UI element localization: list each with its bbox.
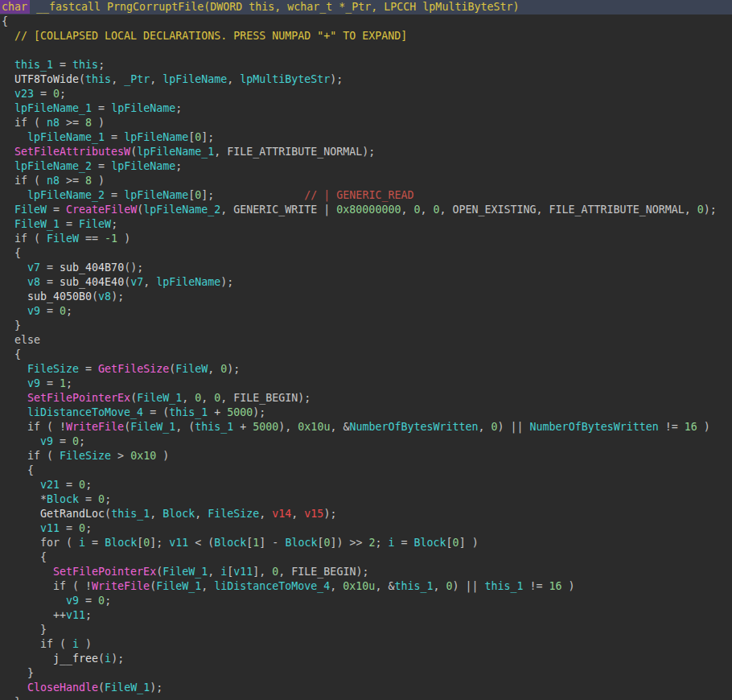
code-token: GetFileSize	[98, 363, 169, 375]
code-token: );	[111, 290, 124, 303]
code-token: , FILE_BEGIN);	[220, 392, 310, 404]
code-line[interactable]: FileW = CreateFileW(lpFileName_2, GENERI…	[0, 203, 732, 217]
code-line[interactable]: lpFileName_1 = lpFileName;	[0, 101, 732, 116]
code-token: ];	[201, 131, 214, 143]
code-token: 0	[143, 537, 150, 549]
code-token: =	[53, 59, 72, 71]
code-line[interactable]: if ( FileW == -1 )	[0, 232, 732, 246]
code-token: Block	[285, 537, 317, 549]
code-token: 0	[60, 305, 66, 317]
code-line[interactable]: {	[0, 14, 732, 29]
code-line[interactable]: liDistanceToMove_4 = (this_1 + 5000);	[0, 406, 732, 420]
code-line-current[interactable]: char __fastcall PrngCorruptFile(DWORD th…	[0, 0, 732, 14]
code-line[interactable]: }	[0, 319, 732, 333]
code-line[interactable]: v9 = 1;	[0, 377, 732, 391]
pseudocode-view[interactable]: char __fastcall PrngCorruptFile(DWORD th…	[0, 0, 732, 700]
code-token: =	[105, 131, 124, 143]
code-line[interactable]: ++v11;	[0, 608, 732, 623]
code-line[interactable]: this_1 = this;	[0, 58, 732, 72]
code-token: 16	[685, 421, 697, 433]
code-token: _Ptr	[124, 73, 150, 85]
code-token: lpFileName	[111, 160, 175, 172]
code-token: , FILE_BEGIN);	[278, 566, 368, 578]
code-line[interactable]: v7 = sub_404B70();	[0, 261, 732, 275]
code-line[interactable]: FileW_1 = FileW;	[0, 217, 732, 232]
code-token: 0	[697, 204, 704, 216]
code-token	[2, 681, 27, 694]
code-token: ) ||	[498, 421, 530, 433]
code-token: =	[60, 218, 79, 230]
code-line[interactable]: v11 = 0;	[0, 521, 732, 536]
code-token: *	[2, 493, 47, 505]
code-line[interactable]: FileSize = GetFileSize(FileW, 0);	[0, 362, 732, 377]
code-token: FileW_1	[130, 421, 175, 433]
code-token: , FILE_ATTRIBUTE_NORMAL);	[214, 146, 375, 158]
code-line[interactable]: SetFilePointerEx(FileW_1, 0, 0, FILE_BEG…	[0, 391, 732, 406]
code-token: ;	[111, 218, 117, 230]
code-line[interactable]: SetFilePointerEx(FileW_1, i[v11], 0, FIL…	[0, 565, 732, 579]
code-token: Block	[214, 537, 246, 549]
code-line[interactable]: if ( n8 >= 8 )	[0, 116, 732, 130]
code-token: }	[2, 696, 21, 700]
code-line[interactable]: sub_4050B0(v8);	[0, 290, 732, 304]
code-line[interactable]: {	[0, 246, 732, 261]
code-line[interactable]: lpFileName_2 = lpFileName;	[0, 159, 732, 174]
code-token: =	[60, 479, 79, 491]
code-token: FileW_1	[137, 392, 182, 404]
code-token: ,	[401, 204, 413, 216]
code-line[interactable]: }	[0, 623, 732, 637]
code-line[interactable]: v9 = 0;	[0, 594, 732, 608]
code-token: ;	[85, 609, 92, 621]
code-line[interactable]: {	[0, 348, 732, 362]
code-line[interactable]: {	[0, 463, 732, 478]
code-line[interactable]	[0, 43, 732, 58]
code-line[interactable]: if ( n8 >= 8 )	[0, 174, 732, 188]
code-token: if (	[2, 117, 47, 129]
code-token: =	[395, 537, 414, 549]
code-line[interactable]: v23 = 0;	[0, 87, 732, 101]
code-token: if (	[2, 450, 60, 462]
code-line[interactable]: else	[0, 333, 732, 348]
code-line[interactable]: v21 = 0;	[0, 478, 732, 492]
code-line[interactable]: CloseHandle(FileW_1);	[0, 681, 732, 695]
code-line[interactable]: *Block = 0;	[0, 492, 732, 507]
code-token: )	[117, 233, 130, 245]
code-line[interactable]: {	[0, 550, 732, 565]
code-line[interactable]: v9 = 0;	[0, 304, 732, 319]
code-line[interactable]: SetFileAttributesW(lpFileName_1, FILE_AT…	[0, 145, 732, 159]
code-line[interactable]: GetRandLoc(this_1, Block, FileSize, v14,…	[0, 507, 732, 521]
code-token: Block	[414, 537, 446, 549]
code-line[interactable]: if ( FileSize > 0x10 )	[0, 449, 732, 463]
code-token: v9	[27, 377, 40, 389]
code-token: ,	[111, 73, 124, 85]
code-token: this_1	[111, 508, 150, 520]
code-token: ),	[278, 421, 298, 433]
code-token: lpFileName_2	[14, 160, 92, 172]
code-token: this_1	[195, 421, 233, 433]
code-line[interactable]: UTF8ToWide(this, _Ptr, lpFileName, lpMul…	[0, 72, 732, 87]
code-token: FileW	[14, 204, 47, 216]
code-token: FileSize	[60, 450, 111, 462]
code-line[interactable]: lpFileName_2 = lpFileName[0]; // | GENER…	[0, 188, 732, 203]
code-line[interactable]: v8 = sub_404E40(v7, lpFileName);	[0, 275, 732, 290]
code-token: i	[105, 653, 111, 665]
code-line[interactable]: if ( i )	[0, 637, 732, 652]
code-token: 1	[60, 377, 66, 389]
code-token: >	[111, 450, 130, 462]
code-line[interactable]: if ( !WriteFile(FileW_1, liDistanceToMov…	[0, 579, 732, 594]
highlighted-word[interactable]: char	[0, 0, 30, 14]
code-line[interactable]: // [COLLAPSED LOCAL DECLARATIONS. PRESS …	[0, 29, 732, 43]
code-token: v8	[27, 276, 40, 288]
code-token: 5000	[253, 421, 278, 433]
code-line[interactable]: }	[0, 695, 732, 700]
code-line[interactable]: lpFileName_1 = lpFileName[0];	[0, 130, 732, 145]
code-line[interactable]: j__free(i);	[0, 652, 732, 666]
code-line[interactable]: v9 = 0;	[0, 434, 732, 449]
code-token: v7	[27, 261, 40, 274]
code-line[interactable]: for ( i = Block[0]; v11 < (Block[1] - Bl…	[0, 536, 732, 550]
code-line[interactable]: }	[0, 666, 732, 681]
code-token: FileSize	[208, 508, 259, 520]
code-token: // | GENERIC_READ	[304, 189, 413, 201]
code-line[interactable]: if ( !WriteFile(FileW_1, (this_1 + 5000)…	[0, 420, 732, 434]
code-token: {	[2, 551, 47, 563]
